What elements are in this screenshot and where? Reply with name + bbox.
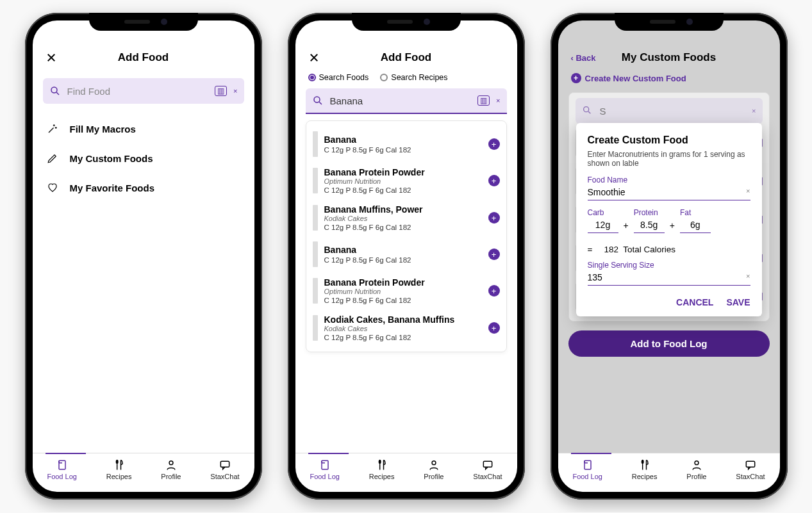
serving-size-input[interactable] bbox=[588, 270, 750, 286]
page-title: Add Food bbox=[118, 51, 169, 64]
add-food-button[interactable]: + bbox=[488, 138, 500, 150]
result-title: Banana Protein Powder bbox=[324, 167, 482, 177]
food-name-label: Food Name bbox=[588, 175, 750, 184]
result-row[interactable]: Banana Muffins, PowerKodiak CakesC 12g P… bbox=[313, 199, 500, 236]
barcode-icon[interactable]: ▥ bbox=[477, 95, 490, 106]
protein-label: Protein bbox=[634, 208, 665, 217]
add-to-food-log-button[interactable]: Add to Food Log bbox=[568, 330, 770, 357]
total-calories-row: = 182 Total Calories bbox=[588, 245, 750, 254]
chat-icon bbox=[219, 459, 231, 471]
carb-input[interactable] bbox=[588, 217, 618, 233]
nav-profile[interactable]: Profile bbox=[161, 459, 181, 480]
menu-label: My Custom Foods bbox=[70, 153, 153, 164]
nav-label: Food Log bbox=[572, 473, 602, 480]
plus-separator: + bbox=[624, 220, 629, 233]
add-food-button[interactable]: + bbox=[488, 248, 500, 260]
menu-favorite-foods[interactable]: My Favorite Foods bbox=[43, 173, 244, 202]
nav-staxchat[interactable]: StaxChat bbox=[473, 459, 502, 480]
chat-icon bbox=[481, 459, 494, 471]
result-body: Kodiak Cakes, Banana MuffinsKodiak Cakes… bbox=[324, 314, 482, 341]
radio-label: Search Recipes bbox=[391, 73, 447, 82]
clear-icon[interactable]: × bbox=[496, 97, 500, 104]
food-name-input[interactable] bbox=[588, 184, 750, 200]
search-mode-radios: Search Foods Search Recipes bbox=[306, 69, 507, 88]
notebook-icon bbox=[581, 459, 594, 471]
result-row[interactable]: BananaC 12g P 8.5g F 6g Cal 182+ bbox=[313, 236, 500, 272]
result-title: Kodiak Cakes, Banana Muffins bbox=[324, 314, 482, 325]
radio-off-icon bbox=[380, 74, 388, 81]
menu-fill-macros[interactable]: Fill My Macros bbox=[43, 114, 244, 143]
nav-profile[interactable]: Profile bbox=[686, 459, 706, 480]
radio-search-recipes[interactable]: Search Recipes bbox=[380, 73, 447, 82]
result-row[interactable]: Banana Protein PowderOptimum NutritionC … bbox=[313, 162, 500, 199]
drag-handle-icon bbox=[313, 205, 318, 231]
svg-rect-11 bbox=[746, 461, 754, 467]
clear-icon[interactable]: × bbox=[233, 87, 237, 95]
result-row[interactable]: Banana Protein PowderOptimum NutritionC … bbox=[313, 272, 500, 309]
protein-input[interactable] bbox=[634, 217, 665, 233]
nav-food-log[interactable]: Food Log bbox=[310, 459, 339, 480]
fat-label: Fat bbox=[680, 208, 711, 217]
nav-recipes[interactable]: Recipes bbox=[106, 459, 132, 480]
fat-input[interactable] bbox=[680, 217, 711, 233]
save-button[interactable]: SAVE bbox=[726, 297, 750, 307]
back-button[interactable]: ‹ Back bbox=[571, 53, 596, 63]
phone-1: Add Food Find Food ▥ × Fill My Macros bbox=[25, 13, 262, 500]
nav-food-log[interactable]: Food Log bbox=[47, 459, 76, 480]
carb-label: Carb bbox=[588, 208, 618, 217]
add-food-button[interactable]: + bbox=[488, 212, 500, 224]
result-body: Banana Muffins, PowerKodiak CakesC 12g P… bbox=[324, 204, 482, 231]
clear-icon[interactable]: × bbox=[746, 187, 750, 195]
search-input[interactable]: Find Food ▥ × bbox=[43, 78, 244, 104]
svg-rect-7 bbox=[483, 461, 492, 467]
header: ‹ Back My Custom Foods bbox=[568, 46, 770, 69]
nav-staxchat[interactable]: StaxChat bbox=[210, 459, 239, 480]
nav-food-log[interactable]: Food Log bbox=[572, 459, 602, 480]
result-brand: Optimum Nutrition bbox=[324, 288, 482, 295]
menu-custom-foods[interactable]: My Custom Foods bbox=[43, 143, 244, 173]
result-title: Banana bbox=[324, 245, 482, 255]
search-placeholder: Find Food bbox=[67, 86, 209, 97]
close-icon[interactable] bbox=[308, 52, 320, 63]
create-custom-food-link[interactable]: + Create New Custom Food bbox=[568, 69, 770, 90]
result-macros: C 12g P 8.5g F 6g Cal 182 bbox=[324, 334, 482, 341]
nav-profile[interactable]: Profile bbox=[424, 459, 443, 480]
radio-search-foods[interactable]: Search Foods bbox=[308, 73, 369, 82]
nav-label: Profile bbox=[424, 473, 443, 480]
utensils-icon bbox=[638, 459, 651, 471]
header: Add Food bbox=[43, 46, 244, 69]
radio-label: Search Foods bbox=[319, 73, 369, 82]
add-food-button[interactable]: + bbox=[488, 175, 500, 186]
search-input[interactable]: S× bbox=[576, 98, 763, 124]
cancel-button[interactable]: CANCEL bbox=[676, 297, 713, 307]
total-calories-value: 182 bbox=[604, 245, 618, 254]
nav-recipes[interactable]: Recipes bbox=[369, 459, 395, 480]
nav-recipes[interactable]: Recipes bbox=[632, 459, 658, 480]
svg-point-10 bbox=[695, 461, 699, 465]
search-value: S bbox=[600, 106, 746, 117]
svg-rect-1 bbox=[59, 460, 65, 469]
nav-label: Recipes bbox=[106, 473, 132, 480]
close-icon[interactable] bbox=[46, 52, 57, 63]
barcode-icon[interactable]: ▥ bbox=[215, 86, 227, 96]
result-row[interactable]: BananaC 12g P 8.5g F 6g Cal 182+ bbox=[313, 126, 500, 162]
clear-icon[interactable]: × bbox=[746, 272, 750, 280]
search-input[interactable]: Banana ▥ × bbox=[306, 88, 507, 114]
clear-icon[interactable]: × bbox=[752, 107, 756, 115]
phone-2: Add Food Search Foods Search Recipes Ban… bbox=[288, 13, 525, 500]
result-row[interactable]: Kodiak Cakes, Banana MuffinsKodiak Cakes… bbox=[313, 309, 500, 346]
page-title: Add Food bbox=[381, 51, 431, 64]
radio-on-icon bbox=[308, 74, 316, 81]
wand-icon bbox=[47, 123, 58, 134]
result-title: Banana Protein Powder bbox=[324, 277, 482, 288]
nav-label: Recipes bbox=[369, 473, 395, 480]
serving-size-label: Single Serving Size bbox=[588, 261, 750, 270]
bottom-nav: Food Log Recipes Profile StaxChat bbox=[558, 453, 780, 492]
result-title: Banana bbox=[324, 134, 482, 145]
add-food-button[interactable]: + bbox=[488, 322, 500, 334]
notch bbox=[352, 13, 461, 31]
nav-staxchat[interactable]: StaxChat bbox=[736, 459, 765, 480]
add-food-button[interactable]: + bbox=[488, 285, 500, 297]
modal-title: Create Custom Food bbox=[588, 134, 750, 146]
nav-label: Profile bbox=[161, 473, 181, 480]
